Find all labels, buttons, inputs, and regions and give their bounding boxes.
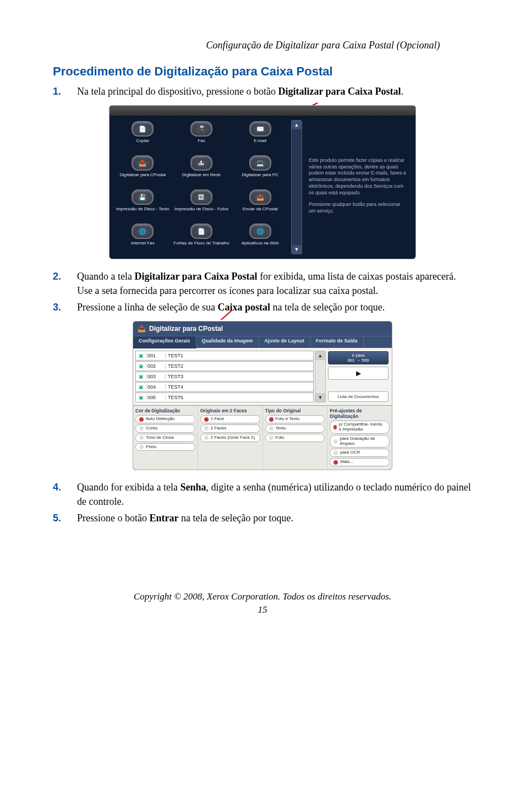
scroll-up-icon[interactable]: ▲: [292, 121, 302, 129]
opt-ocr[interactable]: para OCR: [330, 449, 390, 457]
tab-formato-saida[interactable]: Formato de Saída: [310, 336, 364, 348]
col-pre-ajustes: Pré-ajustes de Digitalização p/ Comparti…: [327, 406, 392, 470]
opt-tons-cinza[interactable]: Tons de Cinza: [135, 434, 195, 442]
screen-title: 📥 Digitalizar para CPostal: [133, 321, 392, 336]
documents-list-button[interactable]: Lista de Documentos: [328, 391, 389, 402]
opt-mais[interactable]: Mais...: [330, 458, 390, 466]
opt-foto[interactable]: Foto: [265, 434, 325, 442]
opt-cores[interactable]: Cores: [135, 424, 195, 433]
tile-fluxo-trabalho[interactable]: 📄Folhas de Fluxo de Trabalho: [173, 222, 231, 254]
step-1-bold: Digitalizar para Caixa Postal: [278, 86, 401, 97]
step-4: Quando for exibida a tela Senha, digite …: [53, 480, 472, 509]
device-home-screen: 📄Copiar 📠Fax ✉️E-mail 📥Digitalizar para …: [109, 105, 416, 259]
col-cor-digitalizacao: Cor de Digitalização Auto Detecção Cores…: [133, 406, 198, 470]
scroll-down-icon[interactable]: ▼: [315, 393, 325, 402]
tile-label: Fax: [173, 139, 231, 149]
opt-label: Foto e Texto: [276, 417, 300, 422]
tile-label: Folhas de Fluxo de Trabalho: [173, 241, 231, 251]
scroll-down-icon[interactable]: ▼: [292, 245, 302, 254]
opt-label: para OCR: [340, 450, 360, 455]
scroll-up-icon[interactable]: ▲: [315, 351, 325, 360]
step-5-pre: Pressione o botão: [77, 513, 149, 524]
service-scrollbar[interactable]: ▲ ▼: [291, 120, 302, 254]
options-strip: Cor de Digitalização Auto Detecção Cores…: [133, 405, 392, 470]
tile-digitalizar-cpostal[interactable]: 📥Digitalizar para CPostal: [114, 154, 172, 186]
next-button[interactable]: ▶: [328, 367, 389, 380]
step-list-3: Quando for exibida a tela Senha, digite …: [53, 480, 472, 525]
step-4-pre: Quando for exibida a tela: [77, 482, 180, 493]
opt-1-face[interactable]: 1 Face: [200, 415, 260, 423]
step-1-text-post: .: [401, 86, 404, 97]
opt-auto-deteccao[interactable]: Auto Detecção: [135, 415, 195, 423]
tile-internet-fax[interactable]: 🌐Internet Fax: [114, 222, 172, 254]
tab-configuracoes-gerais[interactable]: Configurações Gerais: [133, 336, 196, 348]
opt-label: Tons de Cinza: [146, 435, 174, 440]
mailbox-row[interactable]: ▣005TEST5: [135, 393, 314, 402]
mailbox-row[interactable]: ▣002TEST2: [135, 361, 314, 371]
tile-label: Copiar: [114, 139, 172, 149]
opt-compart-impressao[interactable]: p/ Compartilha- mento e Impressão: [330, 421, 390, 434]
opt-preto[interactable]: Preto: [135, 443, 195, 451]
mailbox-name: TEST5: [165, 395, 313, 400]
running-header: Configuração de Digitalizar para Caixa P…: [53, 40, 472, 51]
opt-label: Foto: [276, 435, 285, 440]
step-5: Pressione o botão Entrar na tela de sele…: [53, 511, 472, 525]
mailbox-icon: ▣: [136, 353, 146, 358]
tile-digitalizar-pc[interactable]: 💻Digitalizar para PC: [231, 154, 289, 186]
step-2-bold: Digitalizar para Caixa Postal: [134, 271, 257, 282]
tile-label: Aplicativos na Web: [231, 241, 289, 251]
info-panel: Este produto permite fazer cópias e real…: [302, 120, 411, 254]
tile-impressao-disco-texto[interactable]: 💾Impressão de Disco - Texto: [114, 188, 172, 220]
tile-impressao-disco-fotos[interactable]: 🖼Impressão de Disco - Fotos: [173, 188, 231, 220]
mailbox-icon: ▣: [136, 395, 146, 400]
tile-aplicativos-web[interactable]: 🌐Aplicativos na Web: [231, 222, 289, 254]
step-list-2: Quando a tela Digitalizar para Caixa Pos…: [53, 269, 472, 314]
mailbox-num: 001: [146, 353, 165, 358]
mailbox-name: TEST2: [165, 363, 313, 369]
tile-enviar-cpostal[interactable]: 📤Enviar da CPostal: [231, 188, 289, 220]
email-icon: ✉️: [249, 121, 271, 137]
device-mailbox-screen: 📥 Digitalizar para CPostal Configurações…: [133, 321, 392, 470]
mailbox-scrollbar[interactable]: ▲ ▼: [315, 351, 326, 402]
tab-qualidade-imagem[interactable]: Qualidade da Imagem: [196, 336, 259, 348]
goto-button[interactable]: Ir para 001 → 500: [328, 351, 389, 364]
opt-2-faces-girar[interactable]: 2 Faces (Girar Face 2): [200, 434, 260, 442]
workflow-icon: 📄: [190, 224, 212, 239]
opt-label: p/ Compartilha- mento e Impressão: [339, 422, 386, 432]
opt-2-faces[interactable]: 2 Faces: [200, 424, 260, 433]
step-3-post: na tela de seleção por toque.: [270, 302, 385, 313]
col-head: Originais em 2 Faces: [200, 408, 260, 413]
mailbox-name: TEST1: [165, 353, 313, 358]
tab-ajuste-layout[interactable]: Ajuste de Layout: [259, 336, 311, 348]
scan-mailbox-icon: 📥: [132, 155, 154, 171]
col-head: Pré-ajustes de Digitalização: [330, 408, 390, 419]
col-tipo-original: Tipo do Original Foto e Texto Texto Foto: [263, 406, 328, 470]
tile-label: E-mail: [231, 139, 289, 149]
mailbox-row[interactable]: ▣003TEST3: [135, 372, 314, 382]
figure-2: 📥 Digitalizar para CPostal Configurações…: [53, 321, 472, 470]
tile-email[interactable]: ✉️E-mail: [231, 120, 289, 152]
step-2: Quando a tela Digitalizar para Caixa Pos…: [53, 269, 472, 298]
opt-label: Auto Detecção: [146, 417, 174, 422]
goto-line2: 001 → 500: [330, 358, 387, 363]
mailbox-row[interactable]: ▣001TEST1: [135, 351, 314, 361]
opt-label: 2 Faces (Girar Face 2): [211, 435, 255, 440]
tile-digitalizar-rede[interactable]: 🖧Digitalizar em Rede: [173, 154, 231, 186]
tile-copiar[interactable]: 📄Copiar: [114, 120, 172, 152]
mailbox-name: TEST3: [165, 374, 313, 379]
opt-foto-texto[interactable]: Foto e Texto: [265, 415, 325, 423]
opt-texto[interactable]: Texto: [265, 424, 325, 433]
tab-strip: Configurações Gerais Qualidade da Imagem…: [133, 336, 392, 348]
opt-gravacao-arquivo[interactable]: para Gravação de Arquivo: [330, 435, 390, 448]
copy-icon: 📄: [132, 121, 154, 137]
opt-label: para Gravação de Arquivo: [340, 437, 386, 446]
scan-pc-icon: 💻: [249, 155, 271, 171]
opt-label: Texto: [276, 426, 286, 431]
mailbox-row[interactable]: ▣004TEST4: [135, 382, 314, 392]
step-1: Na tela principal do dispositivo, pressi…: [53, 84, 472, 99]
goto-line1: Ir para: [330, 353, 387, 358]
scan-mailbox-icon: 📥: [138, 325, 146, 333]
tile-fax[interactable]: 📠Fax: [173, 120, 231, 152]
mailbox-num: 005: [146, 395, 165, 400]
play-icon: ▶: [356, 369, 361, 377]
